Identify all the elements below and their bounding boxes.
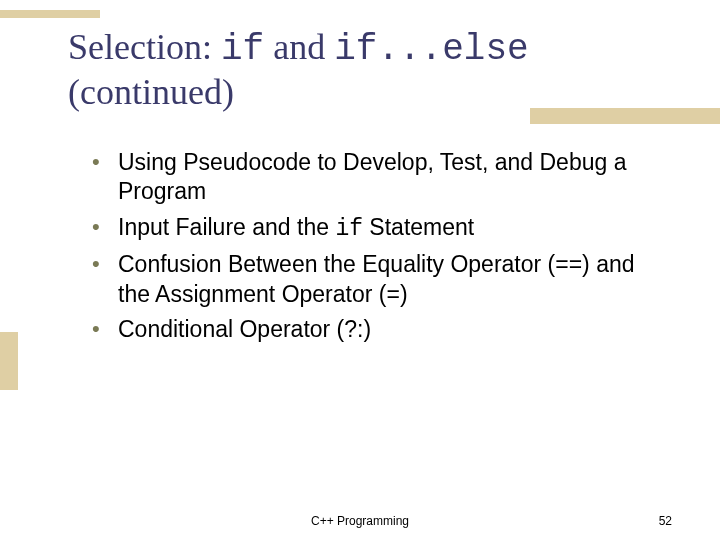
accent-bar-top xyxy=(0,10,100,18)
bullet-text: Confusion Between the Equality Operator … xyxy=(118,251,635,306)
accent-bar-left xyxy=(0,332,18,390)
slide: Selection: if and if...else (continued) … xyxy=(0,0,720,540)
bullet-list: Using Pseudocode to Develop, Test, and D… xyxy=(92,148,660,351)
bullet-text: Conditional Operator (?:) xyxy=(118,316,371,342)
title-code-ifelse: if...else xyxy=(334,29,528,70)
title-code-if: if xyxy=(221,29,264,70)
list-item: Using Pseudocode to Develop, Test, and D… xyxy=(92,148,660,207)
footer-text: C++ Programming xyxy=(0,514,720,528)
list-item: Conditional Operator (?:) xyxy=(92,315,660,344)
bullet-text-pre: Input Failure and the xyxy=(118,214,335,240)
title-suffix: (continued) xyxy=(68,72,234,112)
list-item: Input Failure and the if Statement xyxy=(92,213,660,244)
bullet-text: Using Pseudocode to Develop, Test, and D… xyxy=(118,149,626,204)
title-mid: and xyxy=(264,27,334,67)
bullet-text-post: Statement xyxy=(363,214,474,240)
page-number: 52 xyxy=(659,514,672,528)
list-item: Confusion Between the Equality Operator … xyxy=(92,250,660,309)
bullet-code: if xyxy=(335,216,363,242)
title-prefix: Selection: xyxy=(68,27,221,67)
slide-title: Selection: if and if...else (continued) xyxy=(68,26,660,114)
